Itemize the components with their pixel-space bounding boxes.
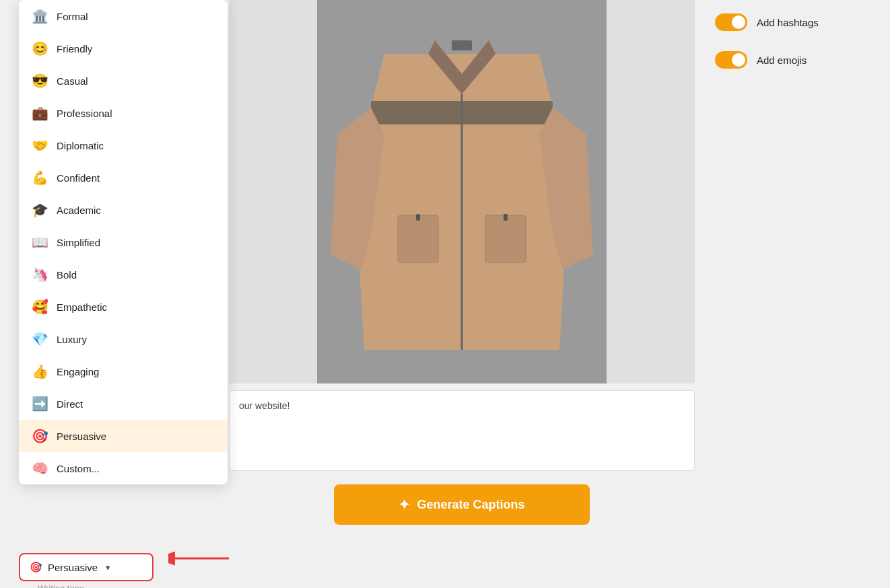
dropdown-item-casual[interactable]: 😎Casual (19, 65, 228, 97)
direct-icon: ➡️ (31, 396, 48, 412)
dropdown-item-academic[interactable]: 🎓Academic (19, 194, 228, 226)
left-panel: 🏛️Formal😊Friendly😎Casual💼Professional🤝Di… (0, 0, 229, 588)
add-emojis-label: Add emojis (757, 54, 807, 66)
dropdown-item-formal[interactable]: 🏛️Formal (19, 0, 228, 32)
custom-icon: 🧠 (31, 460, 48, 476)
selected-tone-label: Persuasive (48, 562, 98, 573)
friendly-icon: 😊 (31, 40, 48, 57)
selected-tone-area: 🎯 Persuasive ▾ Writing tone (19, 553, 153, 581)
dropdown-item-empathetic[interactable]: 🥰Empathetic (19, 291, 228, 323)
casual-label: Casual (57, 75, 88, 87)
svg-rect-7 (416, 214, 420, 221)
tone-selector-button[interactable]: 🎯 Persuasive ▾ (19, 553, 153, 581)
right-panel: Add hashtags Add emojis (695, 0, 890, 588)
direct-label: Direct (57, 398, 83, 410)
chevron-down-icon: ▾ (106, 562, 110, 573)
svg-rect-5 (398, 215, 438, 262)
add-hashtags-label: Add hashtags (757, 17, 819, 28)
dropdown-item-persuasive[interactable]: 🎯Persuasive (19, 420, 228, 452)
svg-rect-6 (485, 215, 526, 262)
simplified-icon: 📖 (31, 234, 48, 250)
luxury-label: Luxury (57, 334, 87, 345)
product-image-container (229, 0, 695, 383)
dropdown-item-diplomatic[interactable]: 🤝Diplomatic (19, 129, 228, 161)
bold-label: Bold (57, 269, 77, 281)
generate-captions-button[interactable]: ✦ Generate Captions (334, 484, 590, 525)
writing-tone-label: Writing tone (38, 583, 84, 588)
dropdown-item-professional[interactable]: 💼Professional (19, 97, 228, 129)
svg-rect-9 (452, 40, 472, 50)
custom-label: Custom... (57, 463, 100, 474)
confident-icon: 💪 (31, 170, 48, 186)
add-hashtags-toggle[interactable] (715, 13, 747, 31)
add-hashtags-row: Add hashtags (715, 13, 870, 31)
diplomatic-label: Diplomatic (57, 140, 104, 151)
professional-label: Professional (57, 108, 112, 119)
generate-captions-label: Generate Captions (417, 498, 524, 512)
text-area-content: our website! (239, 400, 289, 411)
svg-rect-8 (504, 214, 508, 221)
dropdown-item-engaging[interactable]: 👍Engaging (19, 355, 228, 388)
sparkle-icon: ✦ (399, 497, 410, 513)
add-emojis-toggle[interactable] (715, 51, 747, 69)
dropdown-item-simplified[interactable]: 📖Simplified (19, 226, 228, 258)
persuasive-icon: 🎯 (31, 428, 48, 444)
diplomatic-icon: 🤝 (31, 137, 48, 153)
dropdown-item-luxury[interactable]: 💎Luxury (19, 323, 228, 355)
tone-dropdown-menu: 🏛️Formal😊Friendly😎Casual💼Professional🤝Di… (19, 0, 228, 484)
middle-panel: our website! ✦ Generate Captions (229, 0, 695, 588)
formal-label: Formal (57, 11, 88, 22)
toggle-track (715, 13, 747, 31)
academic-icon: 🎓 (31, 202, 48, 218)
add-emojis-row: Add emojis (715, 51, 870, 69)
confident-label: Confident (57, 172, 100, 184)
formal-icon: 🏛️ (31, 8, 48, 24)
empathetic-icon: 🥰 (31, 299, 48, 315)
dropdown-item-bold[interactable]: 🦄Bold (19, 258, 228, 291)
casual-icon: 😎 (31, 73, 48, 89)
jacket-image (317, 0, 607, 383)
toggle-track-2 (715, 51, 747, 69)
dropdown-item-friendly[interactable]: 😊Friendly (19, 32, 228, 65)
persuasive-label: Persuasive (57, 431, 106, 442)
bold-icon: 🦄 (31, 266, 48, 283)
selected-tone-icon: 🎯 (30, 561, 42, 573)
caption-text-area[interactable]: our website! (229, 390, 695, 471)
engaging-icon: 👍 (31, 363, 48, 379)
simplified-label: Simplified (57, 237, 100, 248)
academic-label: Academic (57, 205, 101, 216)
professional-icon: 💼 (31, 105, 48, 121)
dropdown-item-custom[interactable]: 🧠Custom... (19, 452, 228, 484)
dropdown-item-direct[interactable]: ➡️Direct (19, 388, 228, 420)
dropdown-item-confident[interactable]: 💪Confident (19, 161, 228, 194)
empathetic-label: Empathetic (57, 301, 107, 313)
luxury-icon: 💎 (31, 331, 48, 347)
jacket-svg (317, 0, 607, 383)
friendly-label: Friendly (57, 43, 92, 54)
engaging-label: Engaging (57, 366, 99, 377)
toggle-knob-2 (732, 53, 745, 67)
toggle-knob (732, 15, 745, 29)
